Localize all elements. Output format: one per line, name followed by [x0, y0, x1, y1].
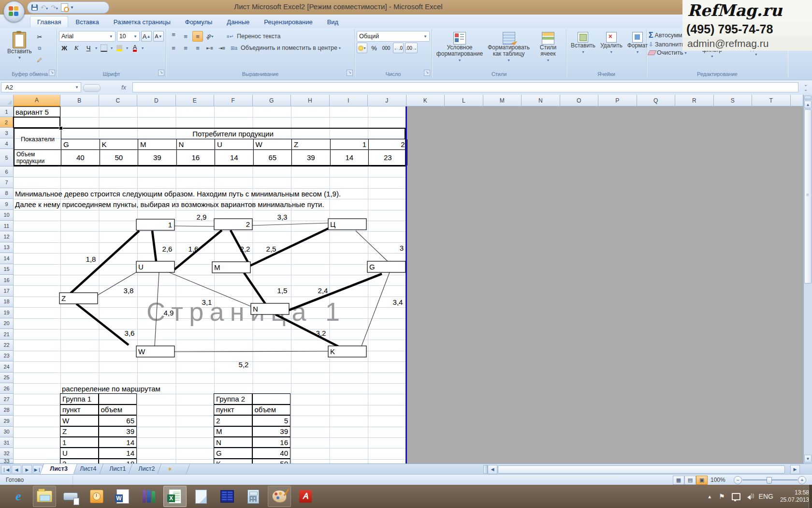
- column-header-Q[interactable]: Q: [637, 95, 676, 106]
- row-header-31[interactable]: 31: [0, 437, 14, 448]
- group1-table-title[interactable]: Группа 1: [60, 393, 99, 404]
- font-family-combo[interactable]: Arial▼: [59, 31, 116, 42]
- zoom-slider[interactable]: − +: [734, 476, 806, 484]
- row-header-1[interactable]: 1: [0, 106, 14, 117]
- save-icon[interactable]: [31, 4, 38, 11]
- language-indicator[interactable]: ENG: [759, 493, 773, 500]
- cell-point-Z[interactable]: Z: [292, 139, 331, 150]
- cell-point-1[interactable]: 1: [331, 139, 369, 150]
- copy-button[interactable]: ⧉: [34, 43, 45, 54]
- ribbon-tab-Разметка страницы[interactable]: Разметка страницы: [106, 16, 178, 28]
- increase-indent-button[interactable]: ⇥≡: [217, 43, 227, 53]
- font-color-button[interactable]: А: [130, 43, 140, 53]
- group1-table-point-2[interactable]: 2: [60, 459, 99, 463]
- cell-volume-6[interactable]: 39: [292, 150, 331, 165]
- cell-volume-0[interactable]: 40: [61, 150, 100, 165]
- percent-button[interactable]: %: [369, 43, 379, 53]
- row-header-14[interactable]: 14: [0, 253, 14, 264]
- ribbon-tab-Главная[interactable]: Главная: [30, 16, 68, 28]
- group2-table-title2[interactable]: [252, 393, 291, 404]
- winrar-icon[interactable]: [137, 486, 160, 507]
- row-header-15[interactable]: 15: [0, 264, 14, 275]
- scroll-up-button[interactable]: ▲: [804, 101, 812, 108]
- underline-button[interactable]: Ч: [83, 43, 94, 53]
- formula-input[interactable]: [132, 82, 798, 92]
- page-layout-view-button[interactable]: ▤: [684, 476, 696, 485]
- column-header-P[interactable]: P: [598, 95, 637, 106]
- cell-pokazateli[interactable]: Показатели: [14, 129, 61, 150]
- cell-point-K[interactable]: K: [100, 139, 139, 150]
- zoom-in-button[interactable]: +: [798, 476, 806, 484]
- row-header-3[interactable]: 3: [0, 128, 14, 138]
- bold-button[interactable]: Ж: [59, 43, 70, 53]
- ribbon-tab-Рецензирование[interactable]: Рецензирование: [257, 16, 319, 28]
- decrease-decimal-button[interactable]: .00→: [405, 43, 418, 53]
- row-header-23[interactable]: 23: [0, 351, 14, 361]
- row-header-19[interactable]: 19: [0, 307, 14, 318]
- next-sheet-button[interactable]: ▶: [22, 465, 32, 474]
- format-painter-button[interactable]: 🖉: [34, 55, 45, 65]
- group1-table-point-1[interactable]: 1: [60, 437, 99, 448]
- row-header-22[interactable]: 22: [0, 340, 14, 350]
- column-header-N[interactable]: N: [522, 95, 560, 106]
- orientation-button[interactable]: ab▾: [204, 31, 215, 42]
- align-left-button[interactable]: ≡: [168, 43, 179, 53]
- ribbon-tab-Вставка[interactable]: Вставка: [68, 16, 106, 28]
- zoom-out-button[interactable]: −: [734, 476, 742, 484]
- column-header-S[interactable]: S: [714, 95, 753, 106]
- group1-table-hdr-point[interactable]: пункт: [60, 404, 99, 415]
- column-header-B[interactable]: B: [60, 95, 99, 106]
- first-sheet-button[interactable]: ❘◀: [1, 465, 11, 474]
- ribbon-tab-Формулы[interactable]: Формулы: [178, 16, 220, 28]
- vscroll-thumb[interactable]: [804, 109, 812, 284]
- group2-table-point-2[interactable]: 2: [214, 415, 252, 426]
- action-center-flag-icon[interactable]: ⚑: [719, 493, 725, 500]
- ribbon-tab-Данные[interactable]: Данные: [219, 16, 257, 28]
- column-header-O[interactable]: O: [560, 95, 599, 106]
- speaker-icon[interactable]: [747, 494, 752, 499]
- group1-table-title2[interactable]: [99, 393, 137, 404]
- align-middle-button[interactable]: ≡: [180, 31, 191, 42]
- cell-volume-5[interactable]: 65: [254, 150, 292, 165]
- row-header-10[interactable]: 10: [0, 210, 14, 221]
- decrease-indent-button[interactable]: ⇤≡: [204, 43, 215, 53]
- vertical-scrollbar[interactable]: ▲ ▼: [803, 95, 812, 463]
- group1-table-volume-Z[interactable]: 39: [99, 426, 137, 437]
- group1-table-point-W[interactable]: W: [60, 415, 99, 426]
- group1-table-volume-1[interactable]: 14: [99, 437, 137, 448]
- formula-bar-expand-button[interactable]: ⌄⌄: [800, 82, 811, 92]
- row-header-33[interactable]: 33: [0, 459, 14, 463]
- merge-center-icon[interactable]: ⊞a: [229, 43, 239, 53]
- row-header-13[interactable]: 13: [0, 242, 14, 253]
- ribbon-tab-Вид[interactable]: Вид: [320, 16, 346, 28]
- taskbar-clock[interactable]: 13:58 25.07.2013: [780, 489, 809, 504]
- currency-button[interactable]: ▾: [357, 43, 367, 53]
- alignment-dialog-launcher[interactable]: ↘: [347, 70, 353, 76]
- group2-table-point-N[interactable]: N: [214, 437, 252, 448]
- group1-table-hdr-volume[interactable]: объем: [99, 404, 137, 415]
- borders-button[interactable]: [99, 43, 109, 53]
- fill-color-dropdown[interactable]: ▾: [126, 46, 128, 50]
- row-header-24[interactable]: 24: [0, 361, 14, 372]
- row-header-20[interactable]: 20: [0, 318, 14, 329]
- prev-sheet-button[interactable]: ◀: [12, 465, 21, 474]
- zoom-level[interactable]: 100%: [710, 477, 725, 483]
- group2-table-title[interactable]: Группа 2: [214, 393, 252, 404]
- network-icon[interactable]: [732, 493, 740, 500]
- cut-button[interactable]: ✂: [34, 31, 45, 42]
- column-header-M[interactable]: M: [483, 95, 522, 106]
- group2-table-hdr-point[interactable]: пункт: [214, 404, 252, 415]
- increase-font-button[interactable]: А▲: [141, 31, 152, 42]
- column-header-D[interactable]: D: [137, 95, 176, 106]
- format-as-table-button[interactable]: Форматировать как таблицу ▾: [485, 30, 532, 65]
- group1-table-volume-W[interactable]: 65: [99, 415, 137, 426]
- cell-point-2[interactable]: 2: [369, 139, 407, 150]
- cell-point-G[interactable]: G: [61, 139, 100, 150]
- align-center-button[interactable]: ≡: [180, 43, 191, 53]
- selected-cell-A2[interactable]: [13, 117, 60, 128]
- cell-point-N[interactable]: N: [177, 139, 216, 150]
- borders-dropdown[interactable]: ▾: [111, 46, 113, 50]
- acrobat-icon[interactable]: 𝐴: [294, 486, 317, 507]
- zoom-slider-thumb[interactable]: [767, 477, 772, 484]
- group2-table-volume-K[interactable]: 50: [252, 459, 291, 463]
